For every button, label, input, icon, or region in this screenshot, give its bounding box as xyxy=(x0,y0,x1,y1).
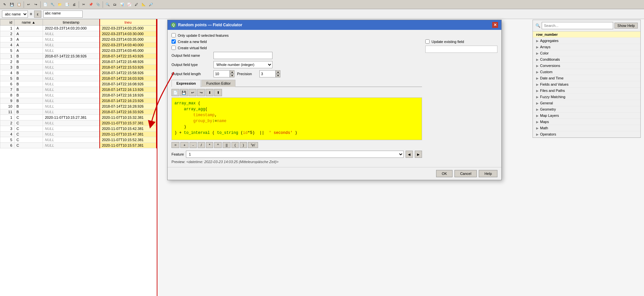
func-list-item[interactable]: ▶Maps xyxy=(533,119,640,125)
func-list-item[interactable]: ▶Conversions xyxy=(533,63,640,69)
func-item-label: Aggregates xyxy=(540,39,558,43)
func-item-row-number[interactable]: row_number xyxy=(533,32,640,38)
op-concat-btn[interactable]: || xyxy=(223,142,231,148)
fieldname-bar: abc name = ε abc name xyxy=(0,9,644,19)
feature-next-btn[interactable]: ▶ xyxy=(415,151,422,158)
create-new-field-row: Create a new field xyxy=(171,39,422,44)
create-virtual-checkbox[interactable] xyxy=(171,46,176,50)
op-div-btn[interactable]: / xyxy=(198,142,205,148)
attribute-table[interactable]: id name ▲ timestamp tneu 1A2022-03-23T14… xyxy=(0,19,157,296)
tab-function-editor[interactable]: Function Editor xyxy=(201,80,235,87)
col-header-tneu[interactable]: tneu xyxy=(100,19,156,26)
toolbar-save-icon[interactable]: 💾 xyxy=(9,1,15,8)
op-caret-btn[interactable]: ^ xyxy=(214,142,222,148)
func-list-item[interactable]: ▶Fields and Values xyxy=(533,81,640,88)
cancel-button[interactable]: Cancel xyxy=(454,170,477,177)
toolbar-zoom-icon[interactable]: 🔎 xyxy=(148,1,154,8)
toolbar-search-icon[interactable]: 🔍 xyxy=(104,1,111,8)
func-list-item[interactable]: ▶Math xyxy=(533,125,640,131)
output-field-length-row: Output field length ▲ ▼ Precision ▲ xyxy=(171,70,422,77)
col-header-id[interactable]: id xyxy=(0,19,14,26)
expr-new-btn[interactable]: 📄 xyxy=(171,89,179,96)
create-new-field-label: Create a new field xyxy=(178,40,207,44)
func-arrow-icon: ▶ xyxy=(536,58,539,61)
expr-export-btn[interactable]: ⬆ xyxy=(214,89,222,96)
table-row: 11 xyxy=(0,109,14,115)
length-spinner[interactable]: ▲ ▼ xyxy=(213,70,234,77)
func-list-item[interactable]: ▶Arrays xyxy=(533,44,640,50)
expr-save-btn[interactable]: 💾 xyxy=(180,89,188,96)
output-field-name-input[interactable] xyxy=(213,52,272,59)
toolbar-print-icon[interactable]: 🖨 xyxy=(71,1,77,8)
output-field-type-label: Output field type xyxy=(171,63,211,67)
field-name-select[interactable]: abc name xyxy=(2,11,28,18)
toolbar-filter-icon[interactable]: 🗂 xyxy=(111,1,118,8)
precision-down-btn[interactable]: ▼ xyxy=(276,74,280,77)
func-list-item[interactable]: ▶General xyxy=(533,100,640,106)
toolbar-ruler-icon[interactable]: 📐 xyxy=(140,1,147,8)
tab-expression[interactable]: Expression xyxy=(171,80,201,87)
toolbar-cut-icon[interactable]: ✂ xyxy=(80,1,87,8)
feature-select[interactable]: 1 xyxy=(186,151,404,158)
ok-button[interactable]: OK xyxy=(436,170,453,177)
help-button[interactable]: Help xyxy=(479,170,497,177)
toolbar-undo-icon[interactable]: ↩ xyxy=(25,1,32,8)
function-button[interactable]: ε xyxy=(34,11,41,18)
toolbar-folder-icon[interactable]: 📁 xyxy=(56,1,63,8)
op-open-paren-btn[interactable]: ( xyxy=(231,142,239,148)
precision-label: Precision xyxy=(237,72,257,76)
toolbar-chart-icon[interactable]: 📊 xyxy=(119,1,125,8)
toolbar-pen-icon[interactable]: 🖊 xyxy=(133,1,140,8)
precision-spinner[interactable]: ▲ ▼ xyxy=(259,70,280,77)
create-new-field-checkbox[interactable] xyxy=(171,39,176,44)
op-minus-btn[interactable]: - xyxy=(190,142,197,148)
op-plus-btn[interactable]: + xyxy=(180,142,188,148)
table-row: 6 xyxy=(0,143,14,148)
field-calculator-dialog: Q Random points — Field Calculator ✕ Onl… xyxy=(167,20,502,180)
op-newline-btn[interactable]: '\n' xyxy=(248,142,258,148)
op-close-paren-btn[interactable]: ) xyxy=(240,142,247,148)
expr-import-btn[interactable]: ⬇ xyxy=(206,89,213,96)
table-row: 2 xyxy=(0,31,14,37)
length-input[interactable] xyxy=(213,70,230,77)
update-existing-checkbox[interactable] xyxy=(425,39,430,44)
func-list-item[interactable]: ▶Date and Time xyxy=(533,75,640,81)
op-eq-btn[interactable]: = xyxy=(171,142,179,148)
op-mul-btn[interactable]: * xyxy=(206,142,213,148)
expr-redo-btn[interactable]: ↪ xyxy=(197,89,205,96)
func-list-item[interactable]: ▶Files and Paths xyxy=(533,88,640,94)
func-arrow-icon: ▶ xyxy=(536,95,539,99)
toolbar-settings-icon[interactable]: 🔧 xyxy=(49,1,56,8)
col-header-timestamp[interactable]: timestamp xyxy=(43,19,99,26)
toolbar-clipboard-icon[interactable]: 📋 xyxy=(16,1,22,8)
func-list-item[interactable]: ▶Fuzzy Matching xyxy=(533,94,640,100)
toolbar-calc-icon[interactable]: 📈 xyxy=(126,1,132,8)
func-list-item[interactable]: ▶Conditionals xyxy=(533,56,640,63)
search-input[interactable] xyxy=(542,22,613,29)
func-list-item[interactable]: ▶Geometry xyxy=(533,106,640,113)
toolbar-edit-icon[interactable]: ✎ xyxy=(1,1,8,8)
output-field-type-select[interactable]: Whole number (integer) xyxy=(213,61,272,68)
main-toolbar: ✎ 💾 📋 ↩ ↪ 📄 🔧 📁 📑 🖨 ✂ 📌 📎 🔍 🗂 📊 📈 🖊 📐 🔎 xyxy=(0,0,644,9)
precision-up-btn[interactable]: ▲ xyxy=(276,70,280,74)
toolbar-doc-icon[interactable]: 📄 xyxy=(42,1,49,8)
toolbar-link-icon[interactable]: 📎 xyxy=(95,1,101,8)
func-list-item[interactable]: ▶Aggregates xyxy=(533,38,640,44)
only-update-checkbox[interactable] xyxy=(171,33,176,37)
func-list-item[interactable]: ▶Custom xyxy=(533,69,640,75)
expr-undo-btn[interactable]: ↩ xyxy=(189,89,196,96)
feature-prev-btn[interactable]: ◀ xyxy=(406,151,413,158)
toolbar-pin-icon[interactable]: 📌 xyxy=(88,1,94,8)
precision-input[interactable] xyxy=(259,70,276,77)
expression-editor[interactable]: array_max ( array_agg( timestamp, group_… xyxy=(171,97,422,140)
col-header-name[interactable]: name ▲ xyxy=(14,19,43,26)
func-list-item[interactable]: ▶Map Layers xyxy=(533,113,640,119)
length-down-btn[interactable]: ▼ xyxy=(230,74,234,77)
func-list-item[interactable]: ▶Color xyxy=(533,50,640,56)
func-list-item[interactable]: ▶Operators xyxy=(533,131,640,137)
toolbar-pages-icon[interactable]: 📑 xyxy=(64,1,70,8)
toolbar-redo-icon[interactable]: ↪ xyxy=(32,1,39,8)
length-up-btn[interactable]: ▲ xyxy=(230,70,234,74)
dialog-close-button[interactable]: ✕ xyxy=(492,22,498,28)
show-help-button[interactable]: Show Help xyxy=(614,23,638,29)
